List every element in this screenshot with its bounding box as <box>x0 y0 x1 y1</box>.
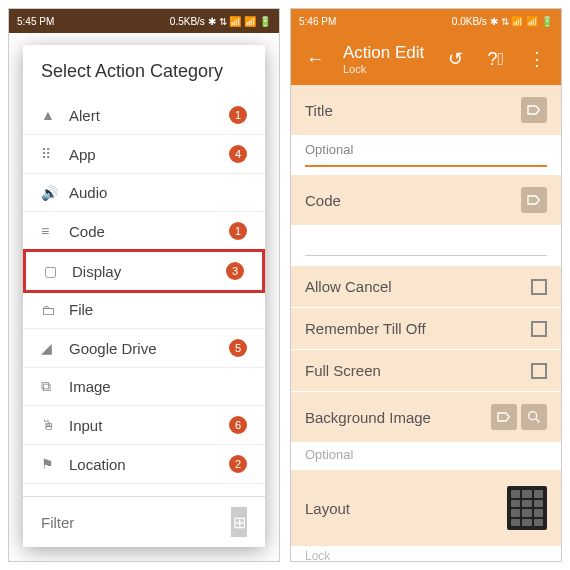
section-allow-cancel[interactable]: Allow Cancel <box>291 266 561 307</box>
category-icon: 🔊 <box>41 185 69 201</box>
tag-icon[interactable] <box>521 187 547 213</box>
section-title[interactable]: Title <box>291 85 561 135</box>
category-icon: ▲ <box>41 107 69 123</box>
category-icon: ⚑ <box>41 456 69 472</box>
bg-input[interactable]: Optional <box>291 443 561 470</box>
svg-point-0 <box>529 412 537 420</box>
search-icon[interactable] <box>521 404 547 430</box>
time: 5:46 PM <box>299 16 336 27</box>
category-label: Display <box>72 263 226 280</box>
status-bar: 5:46 PM 0.0KB/s ✱ ⇅ 📶 📶 🔋 <box>291 9 561 33</box>
category-item-input[interactable]: 🖱Input6 <box>23 406 265 445</box>
category-item-location[interactable]: ⚑Location2 <box>23 445 265 484</box>
appbar-subtitle: Lock <box>343 63 429 75</box>
category-label: Code <box>69 223 229 240</box>
category-label: Input <box>69 417 229 434</box>
appbar-titles: Action Edit Lock <box>343 43 429 75</box>
code-input[interactable] <box>305 226 547 256</box>
layout-preview[interactable] <box>507 486 547 530</box>
status-bar: 5:45 PM 0.5KB/s ✱ ⇅ 📶 📶 🔋 <box>9 9 279 33</box>
lock-label: Lock <box>291 547 561 562</box>
category-label: File <box>69 301 247 318</box>
back-icon[interactable]: ← <box>301 49 329 70</box>
section-code[interactable]: Code <box>291 175 561 225</box>
filter-input[interactable] <box>41 514 231 531</box>
category-item-google-drive[interactable]: ◢Google Drive5 <box>23 329 265 368</box>
undo-icon[interactable]: ↺ <box>443 48 468 70</box>
section-fullscreen[interactable]: Full Screen <box>291 350 561 391</box>
badge: 1 <box>229 222 247 240</box>
grid-button[interactable]: ⊞ <box>231 507 247 537</box>
more-icon[interactable]: ⋮ <box>523 48 551 70</box>
category-dialog: Select Action Category ▲Alert1⠿App4🔊Audi… <box>23 45 265 547</box>
category-label: Google Drive <box>69 340 229 357</box>
category-icon: 🖱 <box>41 417 69 433</box>
category-label: Audio <box>69 184 247 201</box>
category-icon: ◢ <box>41 340 69 356</box>
category-icon: ⠿ <box>41 146 69 162</box>
badge: 1 <box>229 106 247 124</box>
category-item-audio[interactable]: 🔊Audio <box>23 174 265 212</box>
category-item-image[interactable]: ⧉Image <box>23 368 265 406</box>
tag-icon[interactable] <box>491 404 517 430</box>
status-right: 0.0KB/s ✱ ⇅ 📶 📶 🔋 <box>452 16 553 27</box>
checkbox[interactable] <box>531 363 547 379</box>
checkbox[interactable] <box>531 321 547 337</box>
content[interactable]: Title Optional Code Allow Cancel Remembe… <box>291 85 561 562</box>
appbar-title: Action Edit <box>343 43 429 63</box>
category-label: Alert <box>69 107 229 124</box>
phone-left: 5:45 PM 0.5KB/s ✱ ⇅ 📶 📶 🔋 Select Action … <box>8 8 280 562</box>
status-right: 0.5KB/s ✱ ⇅ 📶 📶 🔋 <box>170 16 271 27</box>
category-item-alert[interactable]: ▲Alert1 <box>23 96 265 135</box>
category-item-file[interactable]: 🗀File <box>23 291 265 329</box>
category-label: App <box>69 146 229 163</box>
category-icon: ▢ <box>44 263 72 279</box>
help-icon[interactable]: ?⃝ <box>482 49 509 70</box>
badge: 6 <box>229 416 247 434</box>
dialog-title: Select Action Category <box>23 45 265 96</box>
checkbox[interactable] <box>531 279 547 295</box>
time: 5:45 PM <box>17 16 54 27</box>
category-item-display[interactable]: ▢Display3 <box>23 249 265 293</box>
category-icon: 🗀 <box>41 302 69 318</box>
badge: 2 <box>229 455 247 473</box>
category-list[interactable]: ▲Alert1⠿App4🔊Audio≡Code1▢Display3🗀File◢G… <box>23 96 265 496</box>
category-item-app[interactable]: ⠿App4 <box>23 135 265 174</box>
title-input[interactable]: Optional <box>305 136 547 167</box>
tag-icon[interactable] <box>521 97 547 123</box>
category-icon: ≡ <box>41 223 69 239</box>
phone-right: 5:46 PM 0.0KB/s ✱ ⇅ 📶 📶 🔋 ← Action Edit … <box>290 8 562 562</box>
category-icon: ⧉ <box>41 378 69 395</box>
section-bg-image[interactable]: Background Image <box>291 392 561 442</box>
app-bar: ← Action Edit Lock ↺ ?⃝ ⋮ <box>291 33 561 85</box>
category-label: Image <box>69 378 247 395</box>
badge: 3 <box>226 262 244 280</box>
section-layout[interactable]: Layout <box>291 470 561 546</box>
section-remember[interactable]: Remember Till Off <box>291 308 561 349</box>
badge: 5 <box>229 339 247 357</box>
category-item-code[interactable]: ≡Code1 <box>23 212 265 251</box>
category-label: Location <box>69 456 229 473</box>
badge: 4 <box>229 145 247 163</box>
filter-row: ⊞ <box>23 496 265 547</box>
